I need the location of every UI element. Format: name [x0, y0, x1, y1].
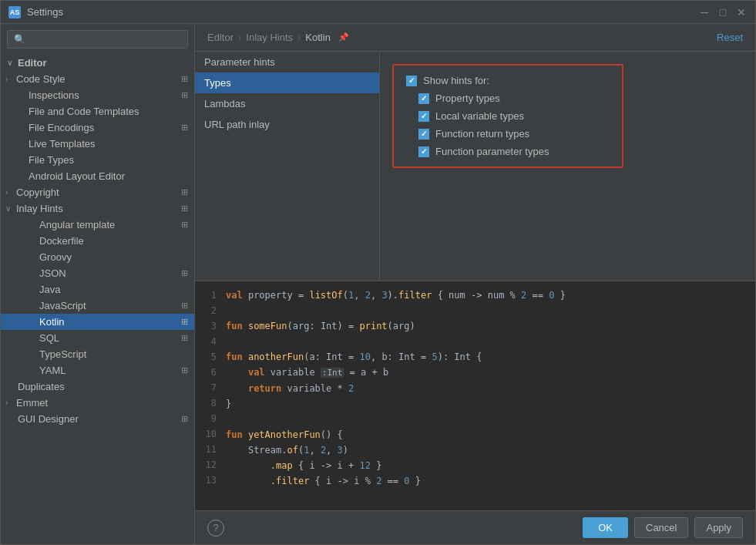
code-line-10: fun yetAnotherFun() { — [226, 427, 743, 442]
sidebar-item-label: Angular template — [39, 219, 115, 230]
sidebar-item-inlay-hints[interactable]: ∨ Inlay Hints ⊞ — [1, 200, 194, 217]
sidebar-item-angular[interactable]: Angular template ⊞ — [1, 217, 194, 233]
sidebar-item-file-encodings[interactable]: File Encodings ⊞ — [1, 119, 194, 136]
code-style-arrow: › — [5, 75, 13, 83]
settings-icon: ⊞ — [181, 365, 188, 375]
sub-panel-item-url-path-inlay[interactable]: URL path inlay — [195, 114, 379, 135]
sidebar-item-java[interactable]: Java — [1, 281, 194, 298]
code-line-2 — [226, 303, 743, 318]
sidebar-item-label: File Types — [29, 154, 74, 166]
sidebar-item-label: TypeScript — [39, 348, 86, 360]
search-input[interactable] — [7, 30, 188, 49]
sidebar-item-javascript[interactable]: JavaScript ⊞ — [1, 298, 194, 314]
code-line-12: .map { i -> i + 12 } — [226, 458, 743, 473]
code-line-13: .filter { i -> i % 2 == 0 } — [226, 473, 743, 489]
cancel-button[interactable]: Cancel — [634, 517, 688, 538]
sidebar-item-typescript[interactable]: TypeScript — [1, 346, 194, 362]
settings-icon: ⊞ — [181, 333, 188, 343]
code-line-7: return variable * 2 — [226, 381, 743, 396]
apply-button[interactable]: Apply — [694, 517, 743, 538]
function-return-types-checkbox[interactable] — [418, 129, 429, 140]
sidebar-item-emmet[interactable]: › Emmet — [1, 395, 194, 411]
sidebar-item-android-layout-editor[interactable]: Android Layout Editor — [1, 168, 194, 184]
local-variable-types-row: Local variable types — [406, 110, 610, 122]
options-group: Show hints for: Property types Local var… — [392, 64, 623, 168]
breadcrumb-inlay-hints: Inlay Hints — [246, 32, 293, 43]
footer-right: OK Cancel Apply — [583, 517, 743, 538]
sidebar-item-duplicates[interactable]: Duplicates — [1, 378, 194, 395]
sidebar-item-label: Groovy — [39, 251, 72, 263]
sidebar-item-yaml[interactable]: YAML ⊞ — [1, 362, 194, 378]
minimize-button[interactable]: ─ — [698, 6, 711, 19]
settings-icon: ⊞ — [181, 414, 188, 424]
sidebar-tree: ∨ Editor › Code Style ⊞ Inspections ⊞ — [1, 55, 194, 544]
sidebar-item-copyright[interactable]: › Copyright ⊞ — [1, 184, 194, 200]
sidebar-item-inspections[interactable]: Inspections ⊞ — [1, 87, 194, 103]
code-line-5: fun anotherFun(a: Int = 10, b: Int = 5):… — [226, 349, 743, 365]
sidebar-item-label: Java — [39, 284, 60, 295]
app-icon: AS — [8, 6, 21, 19]
sub-panel-label: Parameter hints — [204, 56, 275, 68]
sidebar-item-dockerfile[interactable]: Dockerfile — [1, 233, 194, 249]
breadcrumb-sep2: › — [297, 32, 301, 43]
content-body: Parameter hints Types Lambdas URL path i… — [195, 52, 755, 281]
sidebar-item-kotlin[interactable]: Kotlin ⊞ — [1, 314, 194, 330]
show-hints-checkbox[interactable] — [406, 76, 417, 86]
window-controls: ─ □ ✕ — [698, 6, 748, 19]
content-area: Editor › Inlay Hints › Kotlin 📌 Reset Pa… — [195, 24, 755, 544]
line-numbers: 1 2 3 4 5 6 7 8 9 10 11 12 13 — [195, 288, 226, 504]
emmet-arrow: › — [5, 399, 13, 407]
sidebar-item-label: Copyright — [16, 187, 59, 198]
sidebar-item-label: JSON — [39, 267, 66, 279]
code-line-6: val variable :Int = a + b — [226, 365, 743, 381]
sidebar-item-code-style[interactable]: › Code Style ⊞ — [1, 71, 194, 87]
footer: ? OK Cancel Apply — [195, 510, 755, 544]
sub-panel-label: Types — [204, 77, 231, 89]
settings-icon: ⊞ — [181, 268, 188, 278]
search-box — [1, 24, 194, 55]
sidebar-item-label: Live Templates — [29, 138, 95, 150]
sidebar-item-groovy[interactable]: Groovy — [1, 249, 194, 265]
title-bar: AS Settings ─ □ ✕ — [1, 1, 755, 24]
settings-icon: ⊞ — [181, 301, 188, 311]
sub-panel-item-lambdas[interactable]: Lambdas — [195, 93, 379, 114]
maximize-button[interactable]: □ — [717, 6, 729, 19]
breadcrumb: Editor › Inlay Hints › Kotlin 📌 — [207, 32, 349, 43]
editor-label: Editor — [18, 57, 47, 69]
sidebar-item-sql[interactable]: SQL ⊞ — [1, 330, 194, 346]
sidebar-item-file-types[interactable]: File Types — [1, 152, 194, 168]
sidebar-item-label: JavaScript — [39, 300, 86, 311]
sidebar-item-live-templates[interactable]: Live Templates — [1, 136, 194, 152]
sidebar-item-label: Kotlin — [39, 316, 65, 328]
main-layout: ∨ Editor › Code Style ⊞ Inspections ⊞ — [1, 24, 755, 544]
sidebar-item-label: Inspections — [29, 89, 79, 101]
inlay-hints-arrow: ∨ — [5, 204, 13, 213]
close-button[interactable]: ✕ — [735, 6, 748, 19]
options-panel: Show hints for: Property types Local var… — [380, 52, 755, 281]
sub-panel-item-types[interactable]: Types — [195, 72, 379, 93]
reset-button[interactable]: Reset — [717, 32, 743, 43]
help-button[interactable]: ? — [207, 520, 224, 537]
code-line-3: fun someFun(arg: Int) = print(arg) — [226, 318, 743, 334]
ok-button[interactable]: OK — [583, 517, 628, 538]
sidebar-item-label: File Encodings — [29, 122, 94, 133]
settings-icon: ⊞ — [181, 317, 188, 327]
function-parameter-types-label: Function parameter types — [435, 146, 549, 157]
code-line-1: val property = listOf(1, 2, 3).filter { … — [226, 288, 743, 303]
sidebar-item-label: Code Style — [16, 73, 66, 85]
sub-panel-item-parameter-hints[interactable]: Parameter hints — [195, 52, 379, 72]
sidebar-section-editor[interactable]: ∨ Editor — [1, 55, 194, 71]
sidebar-item-label: Duplicates — [18, 381, 65, 392]
breadcrumb-sep1: › — [238, 32, 241, 43]
local-variable-types-checkbox[interactable] — [418, 111, 429, 122]
sidebar-item-json[interactable]: JSON ⊞ — [1, 265, 194, 281]
sidebar-item-file-code-templates[interactable]: File and Code Templates — [1, 103, 194, 119]
code-content[interactable]: 1 2 3 4 5 6 7 8 9 10 11 12 13 — [195, 281, 755, 510]
sidebar-item-gui-designer[interactable]: GUI Designer ⊞ — [1, 411, 194, 427]
sidebar: ∨ Editor › Code Style ⊞ Inspections ⊞ — [1, 24, 195, 544]
function-return-types-row: Function return types — [406, 128, 610, 140]
property-types-checkbox[interactable] — [418, 93, 429, 104]
function-parameter-types-checkbox[interactable] — [418, 146, 429, 157]
sidebar-item-label: Dockerfile — [39, 235, 84, 247]
sub-panel-label: Lambdas — [204, 98, 245, 109]
